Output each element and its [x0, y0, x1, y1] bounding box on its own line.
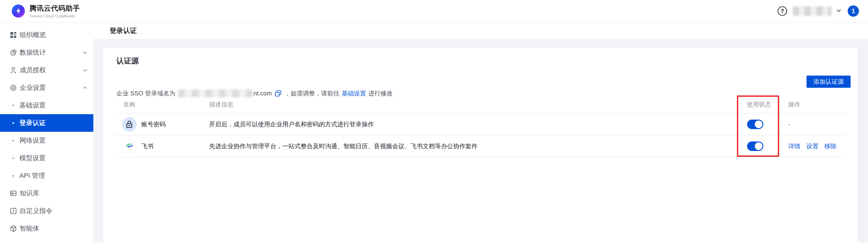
sidebar: 组织概览 数据统计 成员授权 — [0, 23, 93, 243]
chevron-up-icon — [82, 85, 88, 91]
main-split: 组织概览 数据统计 成员授权 — [0, 23, 868, 243]
feishu-icon — [122, 139, 136, 153]
bullet-icon — [12, 105, 14, 106]
sidebar-item-model-settings[interactable]: 模型设置 — [0, 149, 93, 167]
agent-icon — [10, 225, 17, 232]
sidebar-item-label: 智能体 — [20, 224, 39, 233]
enterprise-settings-icon — [10, 84, 17, 92]
table-row-feishu: 飞书 先进企业协作与管理平台，一站式整合及时沟通、智能日历、音视频会议、飞书文档… — [115, 135, 845, 157]
sidebar-item-data-stats[interactable]: 数据统计 — [0, 44, 93, 61]
sidebar-item-label: 知识库 — [20, 189, 39, 198]
member-auth-icon — [10, 67, 17, 74]
auth-source-table: 名称 描述信息 使用状态 操作 — [115, 96, 845, 157]
sidebar-item-label: 企业设置 — [20, 83, 46, 92]
sidebar-item-login-auth[interactable]: 登录认证 — [0, 114, 93, 132]
sidebar-item-label: 基础设置 — [20, 101, 46, 110]
name-cell: 账号密码 — [122, 117, 166, 132]
bullet-icon — [12, 140, 14, 141]
actions-cell: - — [788, 121, 790, 128]
sidebar-item-label: 网络设置 — [20, 136, 46, 145]
chevron-down-icon — [82, 49, 88, 56]
sidebar-item-agents[interactable]: 智能体 — [0, 220, 93, 237]
help-icon[interactable]: ? — [778, 6, 787, 16]
sidebar-item-network-settings[interactable]: 网络设置 — [0, 132, 93, 149]
sidebar-item-org-overview[interactable]: 组织概览 — [0, 26, 93, 44]
knowledge-base-icon — [10, 190, 17, 197]
settings-link[interactable]: 设置 — [806, 142, 818, 150]
toggle-knob — [755, 142, 763, 150]
sidebar-item-enterprise-settings[interactable]: 企业设置 — [0, 79, 93, 97]
avatar[interactable]: 1 — [848, 5, 859, 17]
sidebar-item-label: 登录认证 — [20, 118, 46, 128]
actions-cell: 详情 设置 移除 — [788, 142, 837, 150]
sidebar-item-member-auth[interactable]: 成员授权 — [0, 61, 93, 79]
app-root: 腾讯云代码助手 Tencent Cloud CodeBuddy ? 1 — [0, 0, 868, 243]
status-toggle-on[interactable] — [747, 141, 763, 151]
status-toggle-on[interactable] — [747, 119, 763, 129]
add-auth-source-button[interactable]: 添加认证源 — [807, 76, 850, 88]
toggle-knob — [755, 120, 763, 128]
org-overview-icon — [10, 31, 17, 39]
remove-link[interactable]: 移除 — [825, 142, 837, 150]
auth-source-name: 账号密码 — [141, 120, 166, 128]
org-name-redacted[interactable] — [793, 6, 831, 16]
sidebar-item-label: 组织概览 — [20, 31, 46, 39]
no-actions-dash: - — [788, 121, 790, 128]
name-cell: 飞书 — [122, 139, 153, 153]
lock-icon — [122, 117, 136, 132]
auth-source-description: 先进企业协作与管理平台，一站式整合及时沟通、智能日历、音视频会议、飞书文档等办公… — [209, 142, 477, 150]
detail-link[interactable]: 详情 — [788, 142, 800, 150]
custom-command-icon — [10, 207, 17, 215]
card-title: 认证源 — [116, 56, 139, 66]
help-glyph: ? — [780, 8, 784, 14]
bullet-icon — [12, 158, 14, 159]
sidebar-item-label: 模型设置 — [20, 154, 46, 163]
sidebar-item-label: 自定义指令 — [20, 206, 53, 215]
table-header-row: 名称 描述信息 使用状态 操作 — [115, 96, 845, 113]
auth-source-description: 开启后，成员可以使用企业用户名和密码的方式进行登录操作 — [209, 120, 374, 128]
sidebar-item-label: 成员授权 — [20, 66, 46, 75]
topbar-right: ? 1 — [778, 5, 859, 17]
sidebar-item-knowledge-base[interactable]: 知识库 — [0, 184, 93, 202]
bullet-icon — [12, 175, 14, 177]
bullet-icon — [12, 122, 14, 124]
content-body: 认证源 添加认证源 企业 SSO 登录域名为 nt.com ，如需调整，请前往 … — [93, 39, 868, 243]
column-header-name: 名称 — [123, 100, 135, 108]
column-header-status: 使用状态 — [747, 100, 771, 108]
column-header-actions: 操作 — [788, 100, 800, 108]
auth-source-name: 飞书 — [141, 142, 153, 150]
sidebar-item-label: 数据统计 — [20, 48, 46, 57]
sidebar-item-label: API 管理 — [20, 171, 45, 180]
table-row-account-password: 账号密码 开启后，成员可以使用企业用户名和密码的方式进行登录操作 - — [115, 113, 845, 135]
content-area: 登录认证 认证源 添加认证源 企业 SSO 登录域名为 nt.com — [93, 23, 868, 243]
app-title-block: 腾讯云代码助手 Tencent Cloud CodeBuddy — [29, 4, 80, 19]
data-stats-icon — [10, 49, 17, 56]
codebuddy-logo-icon — [12, 4, 25, 18]
app-title: 腾讯云代码助手 — [29, 4, 80, 13]
top-header: 腾讯云代码助手 Tencent Cloud CodeBuddy ? 1 — [0, 0, 868, 23]
auth-source-card: 认证源 添加认证源 企业 SSO 登录域名为 nt.com ，如需调整，请前往 … — [103, 48, 857, 243]
chevron-down-icon — [82, 67, 88, 73]
column-header-description: 描述信息 — [209, 100, 234, 108]
page-title: 登录认证 — [110, 26, 137, 35]
chevron-down-icon[interactable] — [836, 8, 842, 14]
sidebar-item-api-management[interactable]: API 管理 — [0, 167, 93, 184]
app-subtitle: Tencent Cloud CodeBuddy — [29, 14, 80, 19]
sidebar-item-basic-settings[interactable]: 基础设置 — [0, 97, 93, 114]
sidebar-item-custom-commands[interactable]: 自定义指令 — [0, 202, 93, 220]
logo[interactable]: 腾讯云代码助手 Tencent Cloud CodeBuddy — [12, 4, 80, 19]
page-header: 登录认证 — [93, 23, 868, 39]
